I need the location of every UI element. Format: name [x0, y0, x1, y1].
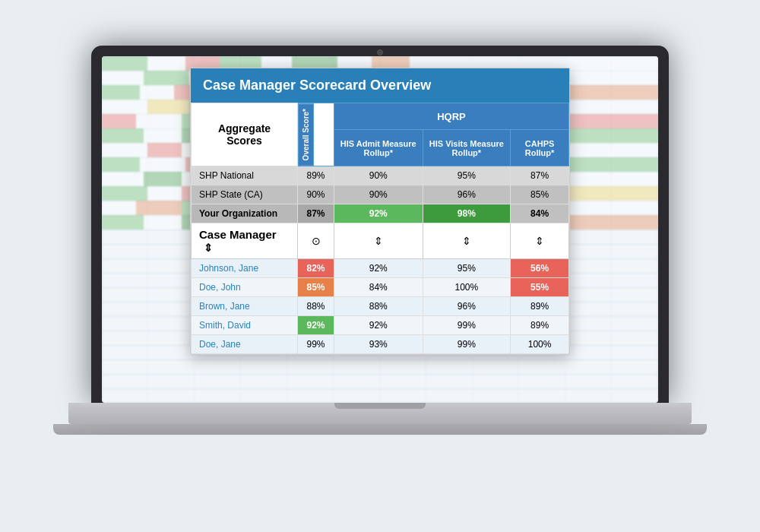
benchmark-cahps-2: 84% [511, 204, 569, 223]
laptop-camera [377, 49, 383, 55]
benchmark-label-2: Your Organization [192, 204, 298, 223]
overall-score-label: Overall Score* [298, 103, 314, 166]
benchmark-overall-1: 90% [298, 185, 334, 204]
manager-cahps-2: 89% [511, 297, 569, 316]
benchmark-row-0: SHP National 89% 90% 95% 87% [192, 166, 569, 185]
laptop-base [68, 403, 692, 424]
manager-name-3[interactable]: Smith, David [192, 316, 298, 335]
manager-overall-4: 99% [298, 335, 334, 354]
manager-his-admit-1: 84% [334, 278, 423, 297]
manager-his-admit-2: 88% [334, 297, 423, 316]
benchmark-his-visits-0: 95% [423, 166, 511, 185]
manager-his-admit-3: 92% [334, 316, 423, 335]
scorecard-title: Case Manager Scorecard Overview [191, 68, 569, 103]
manager-his-admit-4: 93% [334, 335, 423, 354]
benchmark-overall-0: 89% [298, 166, 334, 185]
case-manager-label: Case Manager ⇕ [192, 223, 298, 259]
benchmark-row-1: SHP State (CA) 90% 90% 96% 85% [192, 185, 569, 204]
laptop-base-bottom [53, 424, 707, 435]
manager-row-1: Doe, John 85% 84% 100% 55% [192, 278, 569, 297]
manager-name-1[interactable]: Doe, John [192, 278, 298, 297]
case-manager-row-header: Case Manager ⇕ ⊙ ⇕ ⇕ ⇕ [192, 223, 569, 259]
manager-name-0[interactable]: Johnson, Jane [192, 259, 298, 278]
manager-his-visits-2: 96% [423, 297, 511, 316]
benchmark-his-visits-2: 98% [423, 204, 511, 223]
benchmark-his-admit-1: 90% [334, 185, 423, 204]
agg-scores-label: Aggregate Scores [218, 122, 271, 147]
case-manager-text: Case Manager [199, 228, 277, 241]
manager-row-4: Doe, Jane 99% 93% 99% 100% [192, 335, 569, 354]
benchmark-label-0: SHP National [192, 166, 298, 185]
manager-cahps-1: 55% [511, 278, 569, 297]
his-visits-sort-icon[interactable]: ⇕ [423, 223, 511, 259]
manager-his-visits-1: 100% [423, 278, 511, 297]
manager-his-admit-0: 92% [334, 259, 423, 278]
manager-cahps-0: 56% [511, 259, 569, 278]
screen-content: Case Manager Scorecard Overview Aggregat… [102, 56, 658, 403]
hqrp-header: HQRP [334, 103, 569, 130]
manager-his-visits-0: 95% [423, 259, 511, 278]
sort-arrow[interactable]: ⇕ [204, 242, 213, 254]
manager-cahps-4: 100% [511, 335, 569, 354]
cahps-header: CAHPS Rollup* [511, 130, 569, 166]
benchmark-overall-2: 87% [298, 204, 334, 223]
manager-overall-1: 85% [298, 278, 334, 297]
overall-sort-icon[interactable]: ⊙ [298, 223, 334, 259]
cahps-sort-icon[interactable]: ⇕ [511, 223, 569, 259]
benchmark-label-1: SHP State (CA) [192, 185, 298, 204]
manager-his-visits-4: 99% [423, 335, 511, 354]
benchmark-cahps-0: 87% [511, 166, 569, 185]
manager-row-3: Smith, David 92% 92% 99% 89% [192, 316, 569, 335]
benchmark-his-admit-0: 90% [334, 166, 423, 185]
manager-cahps-3: 89% [511, 316, 569, 335]
overall-score-header: Overall Score* [298, 103, 334, 166]
benchmark-row-2: Your Organization 87% 92% 98% 84% [192, 204, 569, 223]
his-admit-header: HIS Admit Measure Rollup* [334, 130, 423, 166]
manager-overall-3: 92% [298, 316, 334, 335]
benchmark-his-visits-1: 96% [423, 185, 511, 204]
manager-overall-2: 88% [298, 297, 334, 316]
manager-name-2[interactable]: Brown, Jane [192, 297, 298, 316]
manager-name-4[interactable]: Doe, Jane [192, 335, 298, 354]
benchmark-cahps-1: 85% [511, 185, 569, 204]
laptop-screen: Case Manager Scorecard Overview Aggregat… [91, 46, 669, 403]
his-admit-sort-icon[interactable]: ⇕ [334, 223, 423, 259]
his-visits-header: HIS Visits Measure Rollup* [423, 130, 511, 166]
benchmark-his-admit-2: 92% [334, 204, 423, 223]
manager-overall-0: 82% [298, 259, 334, 278]
scorecard-card: Case Manager Scorecard Overview Aggregat… [190, 68, 570, 355]
header-row-1: Aggregate Scores Overall Score* HQRP [192, 103, 569, 130]
manager-row-0: Johnson, Jane 82% 92% 95% 56% [192, 259, 569, 278]
manager-his-visits-3: 99% [423, 316, 511, 335]
manager-row-2: Brown, Jane 88% 88% 96% 89% [192, 297, 569, 316]
laptop-wrapper: Case Manager Scorecard Overview Aggregat… [68, 46, 692, 486]
agg-scores-header: Aggregate Scores [192, 103, 298, 166]
scorecard-table: Aggregate Scores Overall Score* HQRP HIS… [191, 103, 569, 354]
